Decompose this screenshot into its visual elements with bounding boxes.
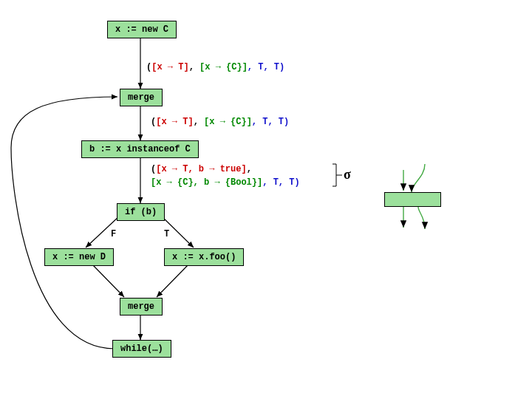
state-annotation-3-line1: ([x → T, b → true], bbox=[151, 164, 252, 174]
side-mini-node bbox=[384, 192, 441, 207]
node-x-foo: x := x.foo() bbox=[164, 248, 244, 266]
edge-label-true: T bbox=[164, 229, 169, 239]
flowchart-canvas: x := new C merge b := x instanceof C if … bbox=[0, 0, 532, 399]
svg-line-6 bbox=[157, 265, 188, 297]
node-merge-2: merge bbox=[120, 298, 163, 316]
node-x-new-d: x := new D bbox=[44, 248, 114, 266]
node-instanceof: b := x instanceof C bbox=[81, 140, 199, 158]
state-annotation-3-line2: [x → {C}, b → {Bool}], T, T) bbox=[151, 177, 300, 188]
node-x-new-c: x := new C bbox=[107, 21, 177, 38]
svg-line-5 bbox=[92, 265, 124, 297]
state-annotation-2: ([x → T], [x → {C}], T, T) bbox=[151, 117, 289, 127]
node-while: while(…) bbox=[112, 340, 171, 358]
node-merge-1: merge bbox=[120, 89, 163, 106]
edge-label-false: F bbox=[111, 229, 116, 239]
node-if-b: if (b) bbox=[117, 203, 165, 221]
state-annotation-1: ([x → T], [x → {C}], T, T) bbox=[146, 62, 284, 72]
sigma-label: σ bbox=[344, 167, 351, 183]
edges-layer bbox=[0, 0, 532, 399]
